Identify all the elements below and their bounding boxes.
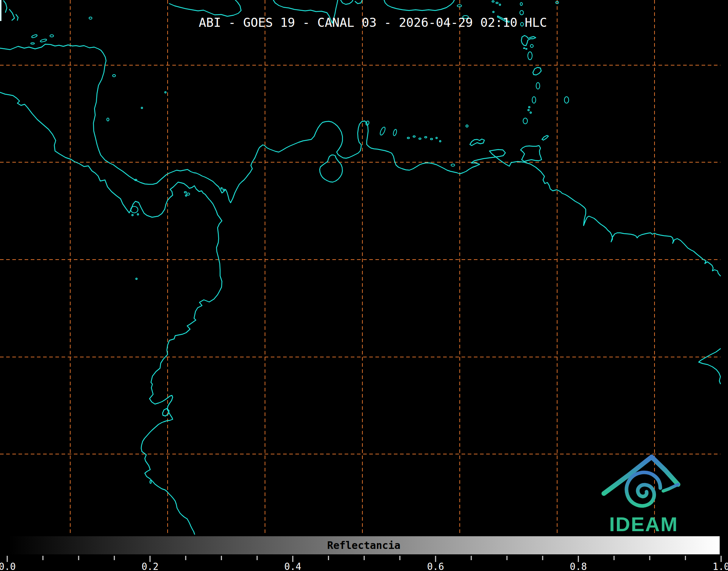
colorbar-tick-labels: 0.00.20.40.60.81.0 [0, 561, 728, 571]
colorbar-tick-label: 0.0 [0, 561, 16, 571]
colorbar-tick-label: 0.2 [142, 561, 159, 571]
colorbar-label: Reflectancia [327, 539, 400, 551]
colorbar-tick-label: 1.0 [713, 561, 728, 571]
colorbar: Reflectancia 0.00.20.40.60.81.0 [0, 535, 728, 571]
ideam-logo-text: IDEAM [609, 513, 678, 536]
colorbar-tick-label: 0.6 [427, 561, 444, 571]
colorbar-ticks [7, 556, 721, 562]
goes-satellite-map: ABI - GOES 19 - CANAL 03 - 2026-04-29 02… [0, 0, 728, 571]
map-background [0, 0, 728, 535]
image-title: ABI - GOES 19 - CANAL 03 - 2026-04-29 02… [199, 15, 547, 30]
colorbar-tick-label: 0.4 [284, 561, 301, 571]
satellite-image-viewport: ABI - GOES 19 - CANAL 03 - 2026-04-29 02… [0, 0, 728, 571]
colorbar-tick-label: 0.8 [570, 561, 587, 571]
